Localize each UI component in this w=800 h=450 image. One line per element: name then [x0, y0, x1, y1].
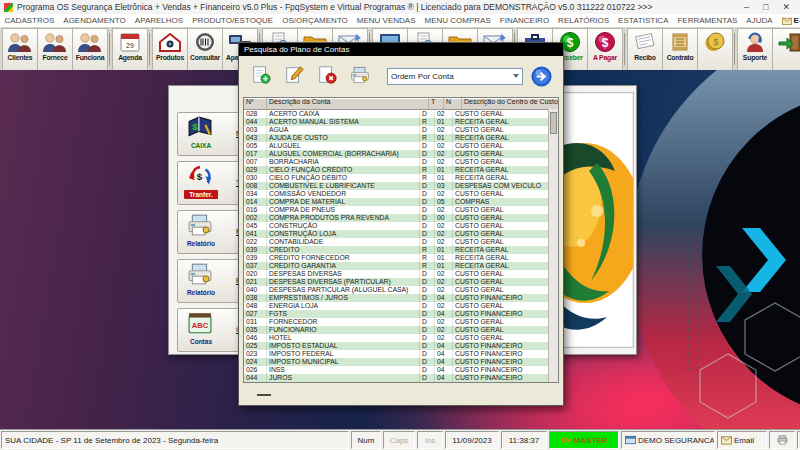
cell-tipo: D [420, 366, 435, 374]
table-row[interactable]: 034 COMISSÃO VENDEDOR D 02 CUSTO GERAL [244, 190, 549, 198]
search-go-button[interactable] [530, 65, 553, 88]
order-by-select[interactable]: Ordem Por Conta [387, 68, 523, 85]
toolbar-button[interactable]: Fornece [37, 28, 73, 71]
toolbar-button[interactable]: Contrato [662, 28, 698, 71]
menu-vendas[interactable]: MENU VENDAS [352, 16, 420, 25]
scrollbar-thumb[interactable] [550, 112, 557, 134]
cell-descricao: ENERGIA LOJA [267, 302, 420, 310]
cell-centro-custo: CUSTO GERAL [453, 302, 549, 310]
status-caps-lock: Caps [383, 431, 415, 449]
status-printer[interactable] [769, 431, 795, 449]
status-email[interactable]: Email [717, 431, 767, 449]
minimize-button[interactable]: – [744, 2, 749, 12]
menu-relatorios[interactable]: RELATÓRIOS [554, 16, 614, 25]
menu-os-orcamento[interactable]: OS/ORÇAMENTO [278, 16, 353, 25]
table-row[interactable]: 027 FGTS D 04 CUSTO FINANCEIRO [244, 310, 549, 318]
toolbar-button-label: Fornece [42, 53, 67, 62]
table-row[interactable]: 023 IMPOSTO FEDERAL D 04 CUSTO FINANCEIR… [244, 350, 549, 358]
table-row[interactable]: 014 COMPRA DE MATERIAL D 05 COMPRAS [244, 198, 549, 206]
menu-email[interactable]: E-MAIL [777, 16, 800, 25]
cell-n: 02 [435, 190, 453, 198]
table-row[interactable]: 044 ACERTO MANUAL SISTEMA R 01 RECEITA G… [244, 118, 549, 126]
cell-tipo: D [420, 302, 435, 310]
table-row[interactable]: 039 CRÉDITO FORNECEDOR R 01 RECEITA GERA… [244, 254, 549, 262]
menu-financeiro[interactable]: FINANCEIRO [495, 16, 553, 25]
table-row[interactable]: 039 CREDITO R 01 RECEITA GERAL [244, 246, 549, 254]
cell-numero: 031 [244, 318, 267, 326]
table-row[interactable]: 028 ACERTO CAIXA D 02 CUSTO GERAL [244, 110, 549, 118]
menu-cadastros[interactable]: CADASTROS [0, 16, 59, 25]
toolbar-button[interactable]: Consultar [187, 28, 223, 71]
printer-small-icon [777, 435, 788, 445]
table-row[interactable]: 040 DESPESAS PARTICULAR (ALUGUEL CASA) D… [244, 286, 549, 294]
header-centro-custo[interactable]: Descrição do Centro de Custo [462, 98, 558, 109]
table-row[interactable]: 043 AJUDA DE CUSTO R 01 RECEITA GERAL [244, 134, 549, 142]
cell-numero: 034 [244, 190, 267, 198]
svg-text:$: $ [192, 121, 198, 132]
table-row[interactable]: 007 BORRACHARIA D 02 CUSTO GERAL [244, 158, 549, 166]
table-row[interactable]: 003 AGUA D 02 CUSTO GERAL [244, 126, 549, 134]
table-row[interactable]: 030 CIELO FUNÇÃO DÉBITO R 01 RECEITA GER… [244, 174, 549, 182]
cell-tipo: R [420, 166, 435, 174]
header-descricao-conta[interactable]: Descrição da Conta [267, 98, 429, 109]
status-time: 11:38:37 [501, 431, 547, 449]
cell-tipo: D [420, 286, 435, 294]
cell-n: 02 [435, 222, 453, 230]
status-city-date: SUA CIDADE - SP 11 de Setembro de 2023 -… [1, 431, 349, 449]
menu-agendamento[interactable]: AGENDAMENTO [59, 16, 131, 25]
table-row[interactable]: 046 HOTEL D 02 CUSTO GERAL [244, 334, 549, 342]
cell-n: 02 [435, 110, 453, 118]
toolbar-button[interactable]: Recibo [627, 28, 663, 71]
table-row[interactable]: 008 COMBUSTIVEL E LUBRIFICANTE D 03 DESP… [244, 182, 549, 190]
toolbar-button-icon [42, 31, 68, 53]
menu-aparelhos[interactable]: APARELHOS [130, 16, 187, 25]
cell-centro-custo: RECEITA GERAL [453, 246, 549, 254]
table-row[interactable]: 041 CONSTRUÇÃO LOJA D 02 CUSTO GERAL [244, 230, 549, 238]
dialog-title-bar[interactable]: Pesquisa do Plano de Contas [239, 43, 563, 56]
menu-estatistica[interactable]: ESTATISTICA [614, 16, 673, 25]
toolbar-button[interactable]: Clientes [2, 28, 38, 71]
table-row[interactable]: 038 EMPRÉSTIMOS / JUROS D 04 CUSTO FINAN… [244, 294, 549, 302]
table-row[interactable]: 025 IMPOSTO ESTADUAL D 04 CUSTO FINANCEI… [244, 342, 549, 350]
table-row[interactable]: 026 INSS D 04 CUSTO FINANCEIRO [244, 366, 549, 374]
table-row[interactable]: 020 DESPESAS DIVERSAS D 02 CUSTO GERAL [244, 270, 549, 278]
close-button[interactable]: ✕ [782, 2, 790, 12]
cell-n: 01 [435, 246, 453, 254]
table-row[interactable]: 044 JUROS D 04 CUSTO FINANCEIRO [244, 374, 549, 382]
table-row[interactable]: 031 FORNECEDOR D 02 CUSTO GERAL [244, 318, 549, 326]
toolbar-button[interactable] [772, 28, 800, 71]
add-record-button[interactable] [249, 63, 275, 89]
table-row[interactable]: 022 CONTABILIDADE D 02 CUSTO GERAL [244, 238, 549, 246]
print-button[interactable] [348, 63, 374, 89]
table-row[interactable]: 021 DESPESAS DIVERSAS (PARTICULAR) D 02 … [244, 278, 549, 286]
menu-ferramentas[interactable]: FERRAMENTAS [673, 16, 742, 25]
table-row[interactable]: 029 CIELO FUNÇÃO CRÉDITO R 01 RECEITA GE… [244, 166, 549, 174]
menu-produto-estoque[interactable]: PRODUTO/ESTOQUE [188, 16, 278, 25]
table-row[interactable]: 024 IMPOSTO MUNICIPAL D 04 CUSTO FINANCE… [244, 358, 549, 366]
table-row[interactable]: 037 CRÉDITO GARANTIA R 01 RECEITA GERAL [244, 262, 549, 270]
cell-numero: 024 [244, 358, 267, 366]
cell-centro-custo: DESPESAS COM VEICULO [453, 182, 549, 190]
table-row[interactable]: 002 COMPRA PRODUTOS PRA REVENDA D 00 CUS… [244, 214, 549, 222]
header-tipo[interactable]: T [429, 98, 444, 109]
header-numero[interactable]: Nº [244, 98, 267, 109]
delete-record-button[interactable] [315, 63, 341, 89]
edit-record-button[interactable] [282, 63, 308, 89]
header-n[interactable]: N [444, 98, 462, 109]
menu-compras[interactable]: MENU COMPRAS [420, 16, 495, 25]
cell-tipo: R [420, 134, 435, 142]
maximize-button[interactable]: □ [763, 2, 768, 12]
toolbar-button[interactable]: Produtos [152, 28, 188, 71]
table-row[interactable]: 016 COMPRA DE PNEUS D 02 CUSTO GERAL [244, 206, 549, 214]
table-row[interactable]: 048 ENERGIA LOJA D 02 CUSTO GERAL [244, 302, 549, 310]
toolbar-button[interactable]: Suporte [737, 28, 773, 71]
table-row[interactable]: 005 ALUGUEL D 02 CUSTO GERAL [244, 142, 549, 150]
cell-n: 04 [435, 350, 453, 358]
panel-button-icon: $ [185, 115, 215, 139]
table-row[interactable]: 017 ALUGUEL COMERCIAL (BORRACHARIA) D 02… [244, 150, 549, 158]
menu-ajuda[interactable]: AJUDA [742, 16, 777, 25]
vertical-scrollbar[interactable] [548, 109, 558, 382]
cell-centro-custo: CUSTO GERAL [453, 190, 549, 198]
table-row[interactable]: 035 FUNCIONÁRIO D 02 CUSTO GERAL [244, 326, 549, 334]
table-row[interactable]: 045 CONSTRUÇÃO D 02 CUSTO GERAL [244, 222, 549, 230]
